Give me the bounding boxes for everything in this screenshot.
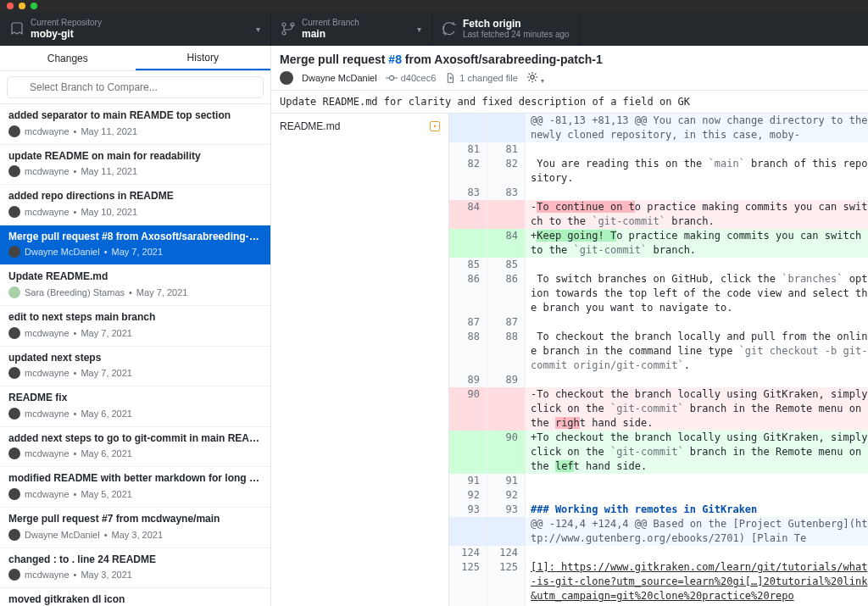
avatar: [8, 569, 20, 581]
commit-item-author: mcdwayne: [25, 448, 70, 459]
commit-item-title: updated next steps: [8, 352, 262, 365]
fetch-label: Fetch origin: [463, 18, 570, 30]
diff-line: 84+Keep going! To practice making commit…: [449, 229, 868, 258]
commit-item-title: added separator to main REAMDE top secti…: [8, 109, 262, 123]
commit-item-title: Merge pull request #8 from Axosoft/sarab…: [8, 231, 262, 244]
svg-point-1: [531, 75, 534, 79]
diff-line: 8686 To switch branches on GitHub, click…: [449, 272, 868, 315]
commit-item-author: mcdwayne: [25, 207, 70, 217]
avatar: [8, 408, 20, 420]
commit-item[interactable]: Update README.mdSara (Breeding) Stamas•M…: [0, 265, 270, 306]
avatar: [8, 327, 20, 339]
commit-item[interactable]: modified README with better markdown for…: [0, 467, 270, 508]
commit-item[interactable]: Merge pull request #8 from Axosoft/sarab…: [0, 225, 270, 266]
diff-line: 90-To checkout the branch locally using …: [449, 387, 868, 431]
diff-line: 8383: [449, 186, 868, 200]
diff-line: 8181: [449, 142, 868, 157]
commit-item[interactable]: moved gitkraken dl iconmcdwayne•May 3, 2…: [0, 588, 270, 606]
commit-item-title: added repo directions in README: [8, 190, 262, 203]
tab-history[interactable]: History: [136, 46, 271, 70]
commit-item[interactable]: added separator to main REAMDE top secti…: [0, 104, 270, 145]
commit-item[interactable]: updated next stepsmcdwayne•May 7, 2021: [0, 347, 270, 387]
maximize-window-icon[interactable]: [31, 3, 37, 9]
diff-line: 84-To continue on to practice making com…: [449, 200, 868, 229]
commit-item-date: May 11, 2021: [81, 126, 137, 136]
commit-detail-pane: Merge pull request #8 from Axosoft/sarab…: [271, 46, 868, 606]
commit-item-meta: mcdwayne•May 11, 2021: [8, 125, 262, 137]
diff-line: 9292: [449, 488, 868, 503]
commit-list[interactable]: added separator to main REAMDE top secti…: [0, 104, 270, 606]
history-sidebar: Changes History ⎇ added separator to mai…: [0, 46, 271, 606]
commit-title: Merge pull request #8 from Axosoft/sarab…: [280, 53, 860, 66]
pr-number-link[interactable]: #8: [388, 53, 402, 66]
commit-item[interactable]: README fixmcdwayne•May 6, 2021: [0, 386, 270, 427]
commit-item[interactable]: added next steps to go to git-commit in …: [0, 427, 270, 468]
diff-line: 8282 You are reading this on the `main` …: [449, 157, 868, 186]
commit-item-date: May 3, 2021: [81, 570, 132, 580]
diff-line: @@ -81,13 +81,13 @@ You can now change d…: [449, 114, 868, 142]
repo-label: Current Repository: [31, 18, 102, 28]
commit-item-date: May 7, 2021: [81, 368, 132, 378]
commit-item-meta: mcdwayne•May 5, 2021: [8, 488, 262, 500]
compare-branch-input[interactable]: [7, 76, 264, 98]
avatar: [8, 529, 20, 541]
svg-point-0: [389, 75, 393, 80]
gear-icon: [526, 71, 538, 83]
commit-item[interactable]: Merge pull request #7 from mcdwayne/main…: [0, 508, 270, 548]
commit-item-title: moved gitkraken dl icon: [8, 593, 262, 606]
commit-sha[interactable]: d40cec6: [386, 72, 437, 84]
commit-item-meta: mcdwayne•May 3, 2021: [8, 569, 262, 581]
changed-file-item[interactable]: README.md •: [276, 117, 443, 136]
minimize-window-icon[interactable]: [19, 3, 25, 9]
diff-line: 124124: [449, 546, 868, 560]
commit-item-author: Dwayne McDaniel: [25, 530, 100, 540]
commit-item-title: update README on main for readability: [8, 150, 262, 164]
commit-item-author: mcdwayne: [25, 328, 70, 338]
branch-name: main: [302, 28, 359, 40]
commit-item-title: Update README.md: [8, 270, 262, 284]
fetch-origin-button[interactable]: Fetch origin Last fetched 24 minutes ago: [432, 12, 581, 46]
tab-changes[interactable]: Changes: [0, 46, 136, 70]
diff-line: 9191: [449, 474, 868, 488]
branch-icon: [281, 22, 295, 36]
diff-line: @@ -124,4 +124,4 @@ Based on the [Projec…: [449, 517, 868, 546]
file-name: README.md: [280, 120, 340, 132]
commit-item-meta: mcdwayne•May 11, 2021: [8, 165, 262, 177]
commit-item-date: May 10, 2021: [81, 207, 137, 217]
commit-item-title: Merge pull request #7 from mcdwayne/main: [8, 513, 262, 526]
commit-item-author: mcdwayne: [25, 409, 70, 419]
close-window-icon[interactable]: [7, 3, 14, 9]
commit-item-date: May 6, 2021: [81, 448, 132, 459]
author-name: Dwayne McDaniel: [302, 73, 377, 83]
commit-item[interactable]: changed : to . line 24 READMEmcdwayne•Ma…: [0, 548, 270, 589]
commit-item-date: May 5, 2021: [81, 489, 132, 499]
commit-item[interactable]: added repo directions in READMEmcdwayne•…: [0, 185, 270, 225]
diff-settings-button[interactable]: ▾: [526, 71, 544, 85]
commit-item-author: Dwayne McDaniel: [25, 247, 100, 257]
chevron-down-icon: ▾: [256, 25, 260, 34]
commit-item[interactable]: edit to next steps main branchmcdwayne•M…: [0, 306, 270, 347]
commit-item-date: May 7, 2021: [112, 247, 164, 257]
diff-line: 8787: [449, 315, 868, 330]
commit-item-title: README fix: [8, 392, 262, 405]
diff-view[interactable]: @@ -81,13 +81,13 @@ You can now change d…: [449, 114, 868, 606]
current-repository-dropdown[interactable]: Current Repository moby-git ▾: [0, 12, 271, 46]
avatar: [8, 206, 20, 218]
commit-item-title: edit to next steps main branch: [8, 311, 262, 325]
commit-item-author: mcdwayne: [25, 489, 70, 499]
chevron-down-icon: ▾: [417, 25, 421, 34]
commit-item-meta: mcdwayne•May 6, 2021: [8, 408, 262, 420]
commit-description: Update README.md for clarity and fixed d…: [271, 91, 868, 114]
commit-item[interactable]: update README on main for readabilitymcd…: [0, 145, 270, 186]
commit-item-meta: mcdwayne•May 10, 2021: [8, 206, 262, 218]
avatar: [8, 165, 20, 177]
app-toolbar: Current Repository moby-git ▾ Current Br…: [0, 12, 868, 46]
commit-item-author: mcdwayne: [25, 368, 70, 378]
current-branch-dropdown[interactable]: Current Branch main ▾: [271, 12, 432, 46]
window-titlebar: [0, 0, 868, 12]
author-avatar: [280, 71, 293, 85]
diff-line: 8989: [449, 373, 868, 387]
commit-item-title: modified README with better markdown for…: [8, 472, 262, 486]
files-changed-count: 1 changed file: [444, 72, 518, 84]
sidebar-tabs: Changes History: [0, 46, 270, 71]
